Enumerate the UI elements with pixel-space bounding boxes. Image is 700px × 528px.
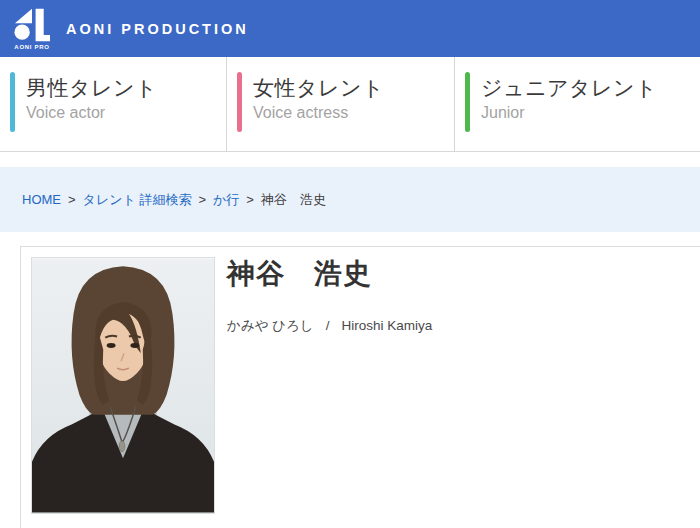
- breadcrumb-ka-row-link[interactable]: か行: [213, 191, 239, 209]
- tab-texts: 男性タレント Voice actor: [26, 72, 157, 151]
- breadcrumb-separator: >: [246, 192, 254, 207]
- junior-accent-bar: [465, 72, 470, 132]
- tab-junior-label-en: Junior: [481, 102, 657, 124]
- male-accent-bar: [10, 72, 15, 132]
- talent-name: 神谷 浩史: [227, 259, 432, 290]
- tab-female-talent[interactable]: 女性タレント Voice actress: [227, 57, 455, 151]
- tab-junior-talent[interactable]: ジュニアタレント Junior: [455, 57, 700, 151]
- breadcrumb-home-link[interactable]: HOME: [22, 192, 61, 207]
- tab-male-label-en: Voice actor: [26, 102, 157, 124]
- talent-portrait-image: [32, 258, 214, 513]
- breadcrumb-current-page: 神谷 浩史: [261, 191, 326, 209]
- breadcrumb: HOME > タレント 詳細検索 > か行 > 神谷 浩史: [0, 167, 700, 232]
- talent-name-kana: かみや ひろし: [227, 317, 314, 335]
- breadcrumb-talent-search-link[interactable]: タレント 詳細検索: [83, 191, 192, 209]
- talent-category-nav: 男性タレント Voice actor 女性タレント Voice actress …: [0, 57, 700, 152]
- site-header: AONI PRO AONI PRODUCTION: [0, 0, 700, 57]
- profile-info: 神谷 浩史 かみや ひろし / Hiroshi Kamiya: [227, 257, 432, 335]
- female-accent-bar: [237, 72, 242, 132]
- reading-separator: /: [326, 318, 330, 333]
- talent-photo: [31, 257, 215, 514]
- breadcrumb-separator: >: [68, 192, 76, 207]
- talent-profile-card: 神谷 浩史 かみや ひろし / Hiroshi Kamiya: [20, 246, 700, 528]
- talent-name-romaji: Hiroshi Kamiya: [341, 318, 432, 333]
- site-title: AONI PRODUCTION: [66, 21, 249, 37]
- tab-texts: ジュニアタレント Junior: [481, 72, 657, 151]
- aoni-logo-icon: [12, 7, 52, 43]
- logo-subtext: AONI PRO: [14, 44, 49, 50]
- tab-texts: 女性タレント Voice actress: [253, 72, 384, 151]
- tab-male-label-jp: 男性タレント: [26, 74, 157, 102]
- tab-junior-label-jp: ジュニアタレント: [481, 74, 657, 102]
- tab-female-label-jp: 女性タレント: [253, 74, 384, 102]
- talent-name-readings: かみや ひろし / Hiroshi Kamiya: [227, 317, 432, 335]
- tab-male-talent[interactable]: 男性タレント Voice actor: [0, 57, 227, 151]
- tab-female-label-en: Voice actress: [253, 102, 384, 124]
- breadcrumb-separator: >: [198, 192, 206, 207]
- aoni-logo[interactable]: AONI PRO: [8, 7, 56, 50]
